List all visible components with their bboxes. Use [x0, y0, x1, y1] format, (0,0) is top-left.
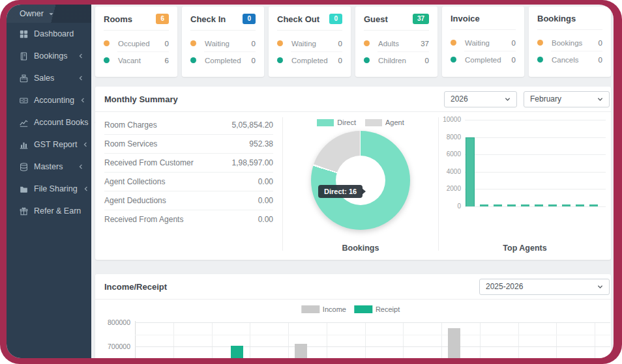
- stat-row-value: 0: [252, 57, 256, 64]
- sidebar-nav: Dashboard Bookings Sales Accounting Acco…: [7, 23, 91, 222]
- sidebar-item-file-sharing[interactable]: File Sharing: [7, 178, 91, 200]
- legend-swatch: [354, 305, 372, 313]
- year-select[interactable]: 2026: [444, 91, 517, 107]
- stat-card-bookings: Bookings Bookings0Cancels0: [529, 7, 611, 77]
- income-bar: [448, 328, 460, 359]
- status-dot: [277, 40, 283, 46]
- sidebar-item-gst-report[interactable]: GST Report: [7, 133, 91, 156]
- gridline: [212, 322, 213, 358]
- stat-row-label: Cancels: [552, 56, 599, 64]
- stat-row-value: 6: [165, 57, 169, 64]
- legend-swatch: [317, 119, 334, 126]
- gridline: [465, 172, 606, 173]
- summary-table: Room Charges5,05,854.20Room Services952.…: [95, 112, 282, 260]
- monthly-summary-header: Monthly Summary 2026 February: [95, 87, 611, 112]
- owner-label: Owner: [20, 9, 44, 18]
- income-receipt-chart: IncomeReceipt 800000700000: [95, 300, 611, 358]
- summary-row-value: 0.00: [258, 196, 273, 205]
- summary-row: Received From Customer1,98,597.00: [104, 154, 273, 173]
- sidebar-item-label: Sales: [34, 74, 54, 83]
- chart-tooltip: Direct: 16: [318, 185, 363, 198]
- stat-card-title: Check Out: [277, 14, 319, 24]
- chevron-left-icon: [78, 164, 83, 169]
- legend-item-receipt[interactable]: Receipt: [354, 305, 400, 313]
- stat-card-rooms: Rooms 6 Occupied0Vacant6: [95, 7, 177, 77]
- accounting-money-icon: [20, 96, 28, 105]
- stat-card-row: Bookings0: [537, 35, 602, 51]
- sidebar-item-dashboard[interactable]: Dashboard: [7, 23, 91, 45]
- stat-card-row: Completed0: [451, 51, 516, 68]
- top-agents-chart-title: Top Agents: [439, 244, 611, 253]
- top-agents-chart: Top Agents 0200040006000800010000: [439, 112, 611, 260]
- status-dot: [104, 40, 110, 46]
- stat-row-value: 0: [512, 39, 516, 47]
- stat-card-row: Completed0: [277, 52, 342, 68]
- y-axis-tick: 10000: [439, 116, 461, 123]
- stat-row-label: Occupied: [118, 40, 165, 48]
- stat-card-title: Bookings: [537, 14, 576, 23]
- stat-row-value: 0: [252, 40, 256, 48]
- gridline: [595, 322, 595, 358]
- monthly-summary-title: Monthly Summary: [104, 94, 444, 104]
- income-receipt-title: Income/Receipt: [104, 282, 479, 292]
- stat-card-rows: Bookings0Cancels0: [537, 30, 602, 68]
- legend-label: Receipt: [376, 305, 400, 313]
- chevron-left-icon: [78, 76, 83, 81]
- fiscal-year-select[interactable]: 2025-2026: [479, 279, 610, 295]
- stat-card-row: Cancels0: [537, 51, 602, 68]
- legend-label: Direct: [337, 119, 356, 126]
- month-select[interactable]: February: [524, 91, 610, 107]
- summary-row: Agent Collections0.00: [104, 173, 273, 191]
- chevron-left-icon: [78, 53, 83, 59]
- gridline: [518, 322, 519, 358]
- sidebar-item-bookings[interactable]: Bookings: [7, 45, 91, 67]
- gridline: [465, 154, 606, 155]
- summary-row-value: 5,05,854.20: [232, 120, 273, 130]
- sidebar-item-refer-earn[interactable]: Refer & Earn: [7, 200, 91, 222]
- sidebar-item-accounting[interactable]: Accounting: [7, 89, 91, 111]
- income-receipt-header: Income/Receipt 2025-2026: [95, 274, 611, 300]
- stat-card-rows: Waiting0Completed0: [451, 30, 516, 68]
- stat-cards-row: Rooms 6 Occupied0Vacant6 Check In 0 Wait…: [95, 7, 611, 77]
- status-dot: [104, 57, 110, 63]
- stat-card-row: Waiting0: [190, 35, 256, 51]
- monthly-summary-panel: Monthly Summary 2026 February: [95, 87, 611, 260]
- gridline: [403, 322, 404, 358]
- gridline: [465, 137, 606, 138]
- summary-row-label: Received From Agents: [104, 215, 183, 224]
- chevron-down-icon: [597, 284, 603, 290]
- month-select-value: February: [530, 94, 561, 104]
- sidebar-item-masters[interactable]: Masters: [7, 156, 91, 178]
- y-axis-tick: 700000: [95, 343, 130, 350]
- sidebar-item-account-books[interactable]: Account Books: [7, 111, 91, 133]
- main-content: Rooms 6 Occupied0Vacant6 Check In 0 Wait…: [91, 5, 614, 358]
- legend-item-income[interactable]: Income: [301, 305, 346, 313]
- stat-card-badge: 0: [329, 14, 342, 24]
- bookings-donut-chart: DirectAgent Direct: 16 Bookings: [283, 112, 438, 260]
- status-dot: [190, 57, 196, 63]
- status-dot: [537, 40, 543, 46]
- status-dot: [277, 57, 283, 63]
- owner-dropdown[interactable]: Owner: [7, 5, 91, 23]
- gridline: [556, 322, 557, 358]
- gridline: [135, 322, 610, 323]
- chevron-down-icon: [505, 96, 511, 102]
- monthly-summary-filters: 2026 February: [444, 91, 610, 107]
- sidebar-item-sales[interactable]: Sales: [7, 67, 91, 89]
- stat-row-label: Completed: [205, 57, 252, 64]
- legend-item-direct[interactable]: Direct: [317, 119, 356, 126]
- gridline: [135, 335, 610, 335]
- chevron-left-icon: [83, 142, 88, 147]
- stat-card-badge: 6: [156, 14, 169, 24]
- income-receipt-legend: IncomeReceipt: [301, 305, 400, 313]
- donut-legend: DirectAgent: [317, 119, 404, 126]
- y-axis-line: [135, 321, 136, 358]
- sidebar: Owner Dashboard Bookings Sales Accountin…: [7, 5, 91, 358]
- stat-card-title: Invoice: [451, 14, 480, 23]
- stat-card-row: Adults37: [364, 35, 429, 51]
- summary-row-value: 1,98,597.00: [232, 158, 273, 167]
- legend-item-agent[interactable]: Agent: [365, 119, 404, 126]
- stat-card-title: Guest: [364, 14, 388, 24]
- gridline: [441, 322, 442, 358]
- device-frame: Owner Dashboard Bookings Sales Accountin…: [0, 0, 622, 364]
